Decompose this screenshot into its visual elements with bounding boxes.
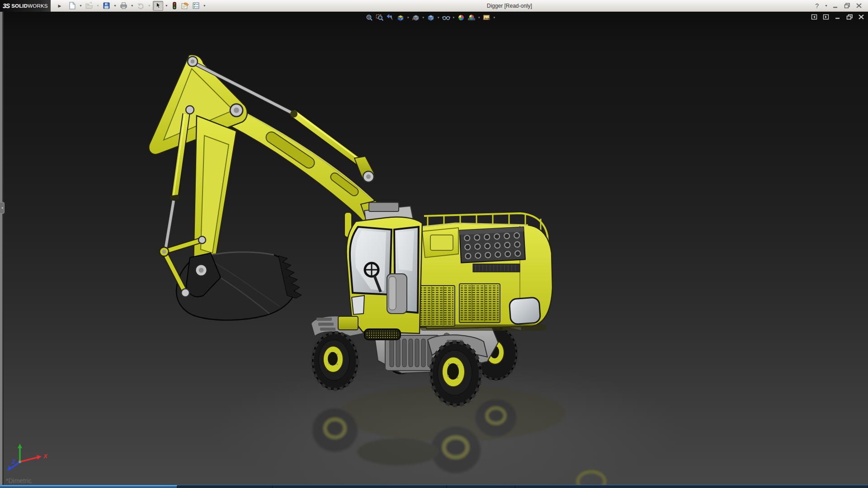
- hide-show-items-button[interactable]: [441, 13, 451, 22]
- view-orientation-icon: [412, 14, 420, 21]
- options-checklist-button[interactable]: [191, 1, 201, 11]
- view-settings-button[interactable]: [482, 13, 492, 22]
- apply-scene-icon: [467, 14, 476, 21]
- cab: [338, 202, 422, 340]
- edit-annotation-button[interactable]: [179, 1, 190, 11]
- engine-grilles: [408, 284, 500, 326]
- zoom-to-fit-button[interactable]: [364, 13, 374, 22]
- appearance-ball-icon: [457, 14, 465, 21]
- close-icon[interactable]: [854, 1, 864, 10]
- zoom-to-area-icon: [376, 14, 384, 21]
- solidworks-app-window: 3S SOLIDWORKS ▶ ▼ ▼: [0, 0, 868, 488]
- display-style-icon: [427, 14, 435, 21]
- graphics-viewport[interactable]: ▾ ▾ ▾: [0, 12, 868, 488]
- triad-x-label: X: [43, 453, 48, 460]
- zoom-to-area-button[interactable]: [375, 13, 385, 22]
- doc-minimize-icon[interactable]: [834, 13, 842, 20]
- view-settings-dropdown[interactable]: ▾: [492, 16, 497, 19]
- solidworks-logo: 3S SOLIDWORKS: [0, 0, 51, 12]
- undo-button[interactable]: [136, 1, 146, 11]
- note-hand-icon: [181, 2, 189, 9]
- statusbar-sliver[interactable]: [0, 485, 868, 488]
- help-icon[interactable]: ?: [811, 1, 822, 10]
- print-dropdown[interactable]: ▼: [129, 4, 135, 7]
- help-dropdown[interactable]: ▼: [823, 4, 829, 7]
- save-button[interactable]: [101, 1, 112, 11]
- pane-expand-right-icon[interactable]: [822, 13, 830, 20]
- doc-close-icon[interactable]: [857, 13, 865, 20]
- open-document-dropdown[interactable]: ▼: [95, 4, 101, 7]
- checklist-icon: [192, 2, 200, 9]
- bucket: [176, 252, 302, 320]
- statusbar-segment: [515, 485, 868, 488]
- traffic-light-icon: [171, 2, 178, 9]
- new-document-dropdown[interactable]: ▼: [78, 4, 84, 7]
- undo-dropdown[interactable]: ▼: [146, 4, 152, 7]
- front-left-wheel: [312, 333, 358, 389]
- machine-body: [408, 213, 552, 331]
- standard-toolbar: ▼ ▼ ▼: [67, 1, 208, 11]
- orientation-triad: X Z: [3, 441, 52, 474]
- display-style-dropdown[interactable]: ▾: [436, 16, 441, 19]
- excavator-model: [0, 12, 868, 488]
- save-dropdown[interactable]: ▼: [112, 4, 118, 7]
- interference-check-button[interactable]: [170, 1, 179, 11]
- zoom-to-fit-icon: [365, 14, 373, 21]
- document-title: Digger [Read-only]: [208, 3, 812, 9]
- view-settings-icon: [483, 14, 491, 21]
- brand-name-bold: SOLID: [11, 3, 28, 9]
- print-button[interactable]: [118, 1, 129, 11]
- statusbar-segment: [447, 485, 515, 488]
- minimize-icon[interactable]: [830, 1, 841, 10]
- triad-z-label: Z: [11, 458, 16, 465]
- view-orientation-dropdown[interactable]: ▾: [421, 16, 426, 19]
- save-icon: [103, 2, 110, 9]
- undo-icon: [137, 2, 145, 9]
- engine-block: [459, 227, 525, 263]
- title-bar: 3S SOLIDWORKS ▶ ▼ ▼: [0, 0, 868, 12]
- feature-panel-expand-tab[interactable]: ◂: [0, 202, 5, 214]
- doc-restore-icon[interactable]: [845, 13, 854, 20]
- titlebar-controls: ? ▼: [811, 1, 868, 10]
- headsup-view-toolbar: ▾ ▾ ▾: [364, 13, 496, 22]
- open-document-icon: [85, 2, 93, 9]
- statusbar-segment: [177, 485, 273, 488]
- previous-view-button[interactable]: [385, 13, 395, 22]
- restore-icon[interactable]: [842, 1, 853, 10]
- document-window-controls: [810, 13, 865, 20]
- view-orientation-status: *Dimetric: [6, 477, 32, 484]
- section-view-icon: [396, 14, 405, 21]
- section-view-button[interactable]: [396, 13, 406, 22]
- select-tool-button[interactable]: [153, 1, 163, 11]
- select-cursor-icon: [154, 2, 162, 9]
- display-style-button[interactable]: [426, 13, 436, 22]
- new-document-icon: [68, 2, 76, 9]
- brand-name-light: WORKS: [28, 3, 47, 9]
- apply-scene-button[interactable]: [467, 13, 476, 22]
- hide-show-items-dropdown[interactable]: ▾: [452, 16, 456, 19]
- options-dropdown[interactable]: ▼: [202, 4, 208, 7]
- toolbar-expand-icon[interactable]: ▶: [57, 1, 62, 10]
- select-tool-dropdown[interactable]: ▼: [164, 4, 170, 7]
- statusbar-segment: [273, 485, 447, 488]
- open-document-button[interactable]: [84, 1, 94, 11]
- view-orientation-button[interactable]: [411, 13, 421, 22]
- edit-appearance-button[interactable]: [456, 13, 466, 22]
- feature-panel-splitter[interactable]: [0, 12, 4, 488]
- print-icon: [120, 2, 127, 9]
- statusbar-segment: [0, 485, 177, 488]
- previous-view-icon: [386, 14, 394, 21]
- brand-logo-mark: 3S: [3, 2, 9, 9]
- apply-scene-dropdown[interactable]: ▾: [477, 16, 481, 19]
- new-document-button[interactable]: [67, 1, 77, 11]
- section-view-dropdown[interactable]: ▾: [406, 16, 410, 19]
- pane-expand-left-icon[interactable]: [810, 13, 818, 20]
- front-right-wheel: [431, 342, 481, 405]
- eyeglasses-icon: [442, 14, 450, 21]
